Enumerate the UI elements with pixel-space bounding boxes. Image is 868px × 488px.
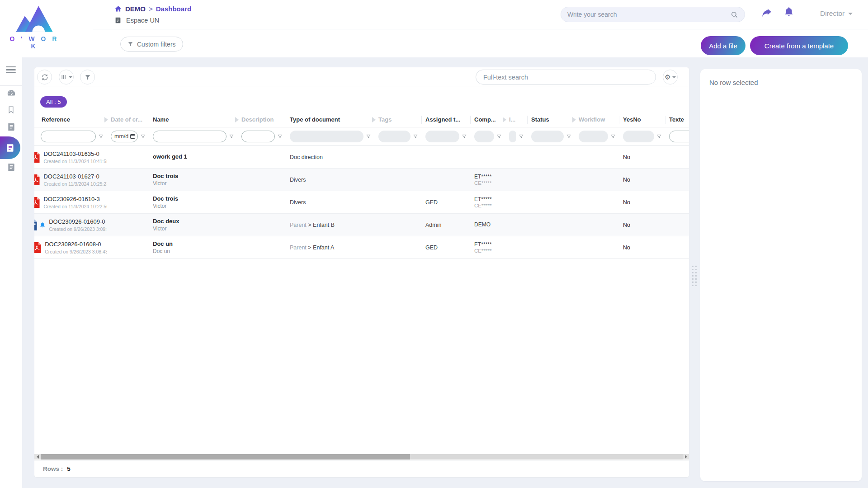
scroll-right-button[interactable] [683, 454, 689, 460]
doc-company-sub: CE***** [474, 180, 505, 186]
cell-workflow [575, 191, 619, 213]
calendar-icon[interactable] [130, 134, 135, 139]
cell-texte [665, 146, 689, 168]
filter-icon[interactable] [519, 134, 524, 139]
sidebar-item-dashboard[interactable] [0, 88, 22, 98]
filter-icon[interactable] [656, 134, 662, 139]
filter-icon[interactable] [98, 134, 104, 139]
filter-icon[interactable] [496, 134, 502, 139]
table-row[interactable]: DOC230926-01610-3 Created on 11/3/2024 1… [34, 191, 689, 214]
cell-status [527, 236, 575, 258]
column-header-name[interactable]: Name [149, 113, 237, 127]
column-header-description[interactable]: Description [237, 113, 286, 127]
user-role-menu[interactable]: Director [820, 9, 853, 18]
filter-icon[interactable] [413, 134, 418, 139]
filter-icon[interactable] [140, 134, 146, 139]
panel-resize-handle[interactable] [692, 266, 697, 286]
doc-company-sub: CE***** [474, 248, 505, 253]
sidebar-item-space-active[interactable] [0, 136, 20, 159]
filter-status-disabled [531, 131, 564, 142]
filter-icon[interactable] [229, 134, 234, 139]
fulltext-search-input[interactable] [483, 74, 648, 81]
doc-company-sub: CE***** [474, 203, 505, 208]
filter-icon[interactable] [566, 134, 571, 139]
app-logo[interactable]: O ' W O R K [6, 2, 62, 50]
cell-workflow [575, 236, 619, 258]
global-search[interactable] [561, 7, 745, 22]
cell-texte [665, 214, 689, 236]
cell-tags [374, 191, 421, 213]
cell-workflow [575, 169, 619, 191]
filter-tags-disabled [378, 131, 410, 142]
sidebar-item-space-2[interactable] [0, 163, 22, 172]
column-header-workflow[interactable]: Workflow [575, 113, 619, 127]
breadcrumb-current[interactable]: Dashboard [156, 5, 191, 13]
breadcrumb-root[interactable]: DEMO [125, 5, 146, 13]
column-header-company[interactable]: Comp... [470, 113, 505, 127]
table-row[interactable]: DOC241103-01635-0 Created on 11/3/2024 1… [34, 146, 689, 169]
filter-icon[interactable] [277, 134, 283, 139]
table-row[interactable]: w DOC230926-01609-0 Created on 9/26/2023… [34, 214, 689, 236]
column-header-yesno[interactable]: YesNo [619, 113, 665, 127]
column-header-type[interactable]: Type of document [286, 113, 374, 127]
fulltext-search[interactable] [476, 70, 656, 84]
column-header-date[interactable]: Date of cr... [107, 113, 149, 127]
column-header-status[interactable]: Status [527, 113, 575, 127]
table-toolbar: ⚙ [34, 67, 689, 86]
menu-toggle-button[interactable] [6, 66, 16, 75]
doc-type-prefix: Parent [290, 222, 307, 228]
horizontal-scrollbar[interactable] [34, 454, 689, 460]
table-filter-row: mm/d [34, 127, 689, 146]
share-icon[interactable] [761, 8, 772, 19]
filter-icon[interactable] [462, 134, 467, 139]
sidebar-item-bookmarks[interactable] [0, 105, 22, 114]
table-settings-button[interactable]: ⚙ [663, 70, 678, 84]
doc-yesno: No [623, 244, 665, 251]
columns-button[interactable] [59, 70, 74, 84]
column-header-i[interactable]: I... [505, 113, 527, 127]
filter-date-input[interactable]: mm/d [111, 131, 138, 142]
filter-yesno-disabled [623, 131, 654, 142]
table-row[interactable]: DOC241103-01627-0 Created on 11/3/2024 1… [34, 169, 689, 191]
bell-icon[interactable] [783, 6, 794, 17]
search-icon[interactable] [731, 11, 738, 19]
scrollbar-thumb[interactable] [41, 454, 410, 460]
add-file-button[interactable]: Add a file [701, 36, 745, 55]
cell-i [505, 214, 527, 236]
table-filter-button[interactable] [80, 70, 95, 84]
create-from-template-button[interactable]: Create from a template [750, 36, 848, 55]
bookmark-icon [7, 105, 15, 114]
scroll-left-button[interactable] [34, 454, 41, 460]
table-empty-area [34, 259, 689, 454]
space-label: Espace UN [126, 17, 159, 24]
rows-label: Rows : [43, 465, 63, 472]
global-search-input[interactable] [567, 11, 731, 18]
all-count-badge[interactable]: All : 5 [40, 96, 67, 108]
detail-panel: No row selected [700, 69, 862, 481]
filter-workflow-disabled [579, 131, 608, 142]
filter-description-input[interactable] [241, 131, 275, 142]
column-header-assigned[interactable]: Assigned t... [421, 113, 470, 127]
header-divider [93, 29, 868, 29]
table-row[interactable]: DOC230926-01608-0 Created on 9/26/2023 3… [34, 236, 689, 259]
filter-icon[interactable] [366, 134, 371, 139]
cell-status [527, 214, 575, 236]
add-file-label: Add a file [709, 42, 737, 50]
column-header-tags[interactable]: Tags [374, 113, 421, 127]
doc-name-sub: Doc un [153, 248, 237, 254]
home-icon[interactable] [114, 5, 122, 13]
pdf-file-icon [34, 151, 40, 163]
filter-name-input[interactable] [153, 131, 226, 142]
refresh-button[interactable] [37, 70, 52, 84]
custom-filters-button[interactable]: Custom filters [120, 37, 183, 52]
filter-funnel-icon [85, 74, 91, 80]
filter-texte-input[interactable] [669, 131, 689, 142]
filter-icon[interactable] [610, 134, 616, 139]
column-header-reference[interactable]: Reference [34, 113, 107, 127]
alert-bell-icon [39, 222, 46, 228]
column-header-texte[interactable]: Texte [665, 113, 689, 127]
cell-status [527, 146, 575, 168]
filter-reference-input[interactable] [41, 131, 96, 142]
sidebar-item-space-1[interactable] [0, 122, 22, 131]
doc-type-prefix: Parent [290, 244, 307, 251]
